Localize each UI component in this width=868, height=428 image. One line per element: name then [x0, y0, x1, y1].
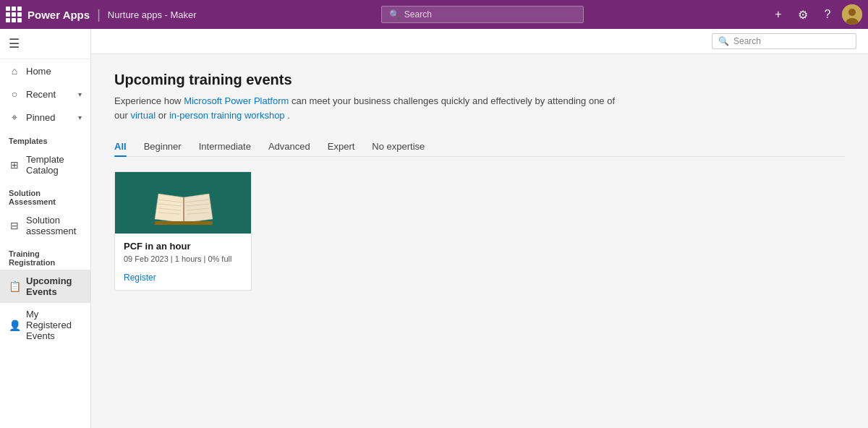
- secondary-search-box[interactable]: 🔍 Search: [712, 33, 856, 49]
- add-button[interactable]: +: [768, 4, 788, 25]
- user-avatar[interactable]: [842, 4, 862, 25]
- sidebar-home-label: Home: [26, 66, 51, 77]
- settings-button[interactable]: ⚙: [793, 4, 813, 25]
- my-events-label: My Registered Events: [26, 309, 82, 341]
- svg-rect-15: [155, 221, 213, 225]
- filter-tabs: AllBeginnerIntermediateAdvancedExpertNo …: [114, 137, 845, 157]
- upcoming-events-label: Upcoming Events: [26, 275, 82, 297]
- sidebar-item-solution-assessment[interactable]: ⊟ Solution assessment: [0, 209, 90, 242]
- global-search-box[interactable]: 🔍 Search: [381, 6, 584, 23]
- page-content-area: Upcoming training events Experience how …: [91, 54, 868, 308]
- home-icon: ⌂: [9, 65, 20, 77]
- event-card-pcf-in-an-hour[interactable]: PCF in an hour09 Feb 2023 | 1 hours | 0%…: [114, 171, 252, 291]
- event-card-meta: 09 Feb 2023 | 1 hours | 0% full: [124, 254, 242, 263]
- top-nav-actions: + ⚙ ?: [768, 4, 862, 25]
- filter-tab-intermediate[interactable]: Intermediate: [199, 137, 251, 156]
- secondary-search-placeholder: Search: [733, 36, 761, 46]
- search-placeholder: Search: [404, 9, 432, 20]
- desc-connector: or: [158, 110, 169, 121]
- main-layout: ☰ ⌂ Home ○ Recent ▾ ⌖ Pinned ▾ Templates…: [0, 29, 868, 428]
- desc-link-virtual[interactable]: virtual: [130, 110, 156, 121]
- sidebar-item-pinned[interactable]: ⌖ Pinned ▾: [0, 106, 90, 129]
- main-content: 🔍 Search Upcoming training events Experi…: [91, 29, 868, 428]
- solution-assessment-label: Solution assessment: [26, 215, 82, 236]
- event-register-link[interactable]: Register: [124, 273, 156, 283]
- filter-tab-expert[interactable]: Expert: [328, 137, 355, 156]
- section-templates: Templates: [0, 129, 90, 148]
- section-solution-assessment: Solution Assessment: [0, 181, 90, 209]
- sidebar: ☰ ⌂ Home ○ Recent ▾ ⌖ Pinned ▾ Templates…: [0, 29, 91, 428]
- template-catalog-icon: ⊞: [9, 159, 20, 171]
- recent-icon: ○: [9, 88, 20, 100]
- event-card-title: PCF in an hour: [124, 241, 242, 252]
- pinned-icon: ⌖: [9, 111, 20, 124]
- sidebar-item-my-registered-events[interactable]: 👤 My Registered Events: [0, 303, 90, 347]
- sidebar-item-recent[interactable]: ○ Recent ▾: [0, 82, 90, 106]
- desc-suffix: .: [287, 110, 290, 121]
- my-events-icon: 👤: [9, 320, 20, 331]
- desc-link-power-platform[interactable]: Microsoft Power Platform: [184, 95, 289, 106]
- sidebar-menu-toggle[interactable]: ☰: [0, 29, 90, 59]
- sidebar-item-template-catalog[interactable]: ⊞ Template Catalog: [0, 148, 90, 181]
- nav-separator: |: [97, 7, 101, 22]
- brand-name: Power Apps: [27, 9, 90, 21]
- upcoming-events-icon: 📋: [9, 281, 20, 292]
- filter-tab-beginner[interactable]: Beginner: [144, 137, 182, 156]
- template-catalog-label: Template Catalog: [26, 154, 82, 176]
- secondary-bar: 🔍 Search: [91, 29, 868, 54]
- desc-prefix: Experience how: [114, 95, 184, 106]
- help-button[interactable]: ?: [817, 4, 838, 25]
- apps-grid-icon[interactable]: [6, 7, 22, 22]
- recent-chevron-icon: ▾: [78, 90, 82, 98]
- page-title: Upcoming training events: [114, 72, 845, 88]
- search-area: 🔍 Search: [203, 6, 762, 23]
- sidebar-recent-label: Recent: [26, 89, 56, 100]
- solution-assessment-icon: ⊟: [9, 220, 20, 231]
- page-description: Experience how Microsoft Power Platform …: [114, 94, 621, 122]
- desc-link-inperson[interactable]: in-person training workshop: [169, 110, 285, 121]
- app-name: Nurture apps - Maker: [108, 9, 197, 20]
- filter-tab-all[interactable]: All: [114, 137, 127, 156]
- secondary-search-icon: 🔍: [718, 36, 729, 46]
- pinned-chevron-icon: ▾: [78, 114, 82, 121]
- top-nav: Power Apps | Nurture apps - Maker 🔍 Sear…: [0, 0, 868, 29]
- event-card-image: [115, 172, 251, 234]
- sidebar-item-home[interactable]: ⌂ Home: [0, 59, 90, 82]
- hamburger-icon: ☰: [9, 36, 20, 51]
- svg-point-1: [848, 9, 856, 16]
- filter-tab-advanced[interactable]: Advanced: [268, 137, 310, 156]
- section-training-registration: Training Registration: [0, 242, 90, 270]
- search-icon: 🔍: [389, 9, 400, 20]
- sidebar-pinned-label: Pinned: [26, 112, 55, 123]
- filter-tab-no-expertise[interactable]: No expertise: [372, 137, 425, 156]
- sidebar-item-upcoming-events[interactable]: 📋 Upcoming Events: [0, 270, 90, 303]
- event-card-body: PCF in an hour09 Feb 2023 | 1 hours | 0%…: [115, 234, 251, 290]
- events-grid: PCF in an hour09 Feb 2023 | 1 hours | 0%…: [114, 171, 845, 291]
